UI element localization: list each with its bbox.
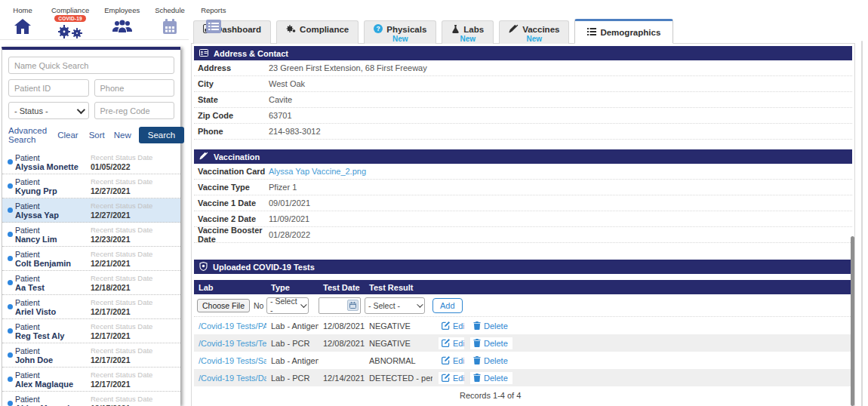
edit-button[interactable]: Edit bbox=[439, 320, 464, 332]
field-row: Address 23 Green First Extension, 68 Fir… bbox=[194, 60, 852, 76]
pencil-square-icon bbox=[442, 321, 450, 330]
patient-list-item[interactable]: Patient Alex Maglaque Recent Status Date… bbox=[2, 368, 180, 392]
delete-button[interactable]: Delete bbox=[470, 372, 512, 384]
delete-button[interactable]: Delete bbox=[470, 355, 512, 367]
add-test-button[interactable]: Add bbox=[432, 298, 463, 313]
patient-id-input[interactable] bbox=[8, 79, 89, 97]
nav-employees[interactable]: Employees bbox=[104, 6, 140, 42]
patient-type-label: Patient bbox=[15, 298, 91, 307]
nav-home[interactable]: Home bbox=[9, 6, 36, 42]
recent-status-date-label: Recent Status Date bbox=[91, 250, 180, 259]
patient-search-form: - Status - Advanced Search Clear Sort Ne… bbox=[2, 50, 180, 144]
patient-list-item[interactable]: Patient Colt Benjamin Recent Status Date… bbox=[2, 247, 180, 271]
syringe-icon bbox=[509, 24, 519, 35]
choose-file-button[interactable]: Choose File bbox=[197, 299, 250, 312]
name-quick-search-input[interactable] bbox=[8, 57, 174, 74]
covid-test-date: 12/14/2021 bbox=[319, 374, 365, 383]
tab-demographics[interactable]: Demographics bbox=[574, 19, 673, 44]
tab-labs-new: New bbox=[451, 35, 484, 44]
record-tabs: Dashboard Compliance ? Physicals New Lab… bbox=[193, 19, 673, 44]
tab-vaccines[interactable]: Vaccines New bbox=[499, 20, 569, 44]
edit-button[interactable]: Edit bbox=[439, 337, 464, 349]
patient-list-item[interactable]: Patient Alyssa Yap Recent Status Date 12… bbox=[2, 198, 180, 223]
field-label: City bbox=[198, 79, 269, 88]
vertical-scrollbar-thumb[interactable] bbox=[851, 236, 854, 406]
status-dot-icon bbox=[8, 328, 13, 334]
covid-test-file-link[interactable]: /Covid-19 Tests/Dash... bbox=[194, 374, 266, 383]
patient-name: Aa Test bbox=[15, 283, 91, 292]
patient-list-item[interactable]: Patient Ariel Visto Recent Status Date 1… bbox=[2, 295, 180, 319]
tab-vaccines-label: Vaccines bbox=[522, 25, 559, 34]
covid-tests-section: Uploaded COVID-19 Tests Lab Type Test Da… bbox=[194, 260, 852, 406]
patient-list-item[interactable]: Patient Alyssia Monette Recent Status Da… bbox=[2, 150, 180, 174]
calendar-picker-icon[interactable] bbox=[347, 300, 359, 311]
patient-list-item[interactable]: Patient Kyung Prp Recent Status Date 12/… bbox=[2, 174, 180, 198]
test-date-input[interactable] bbox=[319, 297, 361, 314]
tab-vaccines-new: New bbox=[509, 35, 559, 44]
recent-status-date-value: 12/17/2021 bbox=[91, 331, 180, 340]
nav-reports[interactable]: Reports bbox=[200, 6, 227, 42]
field-value: Cavite bbox=[269, 95, 292, 104]
patient-name: Alyssa Yap bbox=[15, 211, 91, 220]
tab-labs-label: Labs bbox=[463, 25, 484, 34]
nav-compliance[interactable]: Compliance COVID-19 bbox=[51, 6, 89, 42]
delete-button[interactable]: Delete bbox=[470, 337, 512, 349]
address-contact-header: Address & Contact bbox=[194, 46, 852, 60]
patient-type-label: Patient bbox=[15, 371, 91, 380]
covid-test-file-link[interactable]: /Covid-19 Tests/Sam... bbox=[194, 356, 266, 365]
patient-list-item[interactable]: Patient Reg Test Aly Recent Status Date … bbox=[2, 319, 180, 343]
prereg-code-input[interactable] bbox=[94, 102, 175, 119]
field-label: Vaccine 1 Date bbox=[198, 198, 269, 208]
advanced-search-link[interactable]: Advanced Search bbox=[8, 126, 47, 144]
tab-physicals[interactable]: ? Physicals New bbox=[364, 20, 436, 44]
recent-status-date-label: Recent Status Date bbox=[91, 298, 180, 307]
patient-list-item[interactable]: Patient John Doe Recent Status Date 12/1… bbox=[2, 343, 180, 368]
recent-status-date-label: Recent Status Date bbox=[91, 395, 180, 404]
sort-link[interactable]: Sort bbox=[89, 131, 105, 140]
field-label: Zip Code bbox=[198, 111, 269, 120]
covid-badge: COVID-19 bbox=[54, 15, 86, 22]
edit-button[interactable]: Edit bbox=[439, 372, 464, 384]
recent-status-date-label: Recent Status Date bbox=[91, 371, 180, 380]
clear-link[interactable]: Clear bbox=[57, 131, 78, 140]
covid-test-file-link[interactable]: /Covid-19 Tests/PADT... bbox=[194, 321, 266, 331]
covid-test-result: ABNORMAL bbox=[365, 356, 432, 365]
search-button[interactable]: Search bbox=[139, 127, 184, 143]
col-test-result: Test Result bbox=[365, 283, 432, 292]
patient-type-label: Patient bbox=[15, 153, 91, 162]
delete-button[interactable]: Delete bbox=[470, 320, 512, 332]
nav-schedule[interactable]: Schedule bbox=[155, 6, 185, 42]
chevron-down-icon bbox=[76, 105, 85, 113]
covid-test-result: DETECTED - pend... bbox=[365, 374, 432, 383]
field-value: 23 Green First Extension, 68 First Freew… bbox=[269, 63, 427, 72]
test-type-select[interactable]: - Select - bbox=[266, 297, 309, 314]
recent-status-date-label: Recent Status Date bbox=[91, 201, 180, 211]
status-dot-icon bbox=[8, 256, 13, 261]
test-result-select[interactable]: - Select - bbox=[365, 297, 425, 314]
field-row: Vaccine Booster Date 01/28/2022 bbox=[194, 227, 852, 243]
edit-button[interactable]: Edit bbox=[439, 355, 464, 367]
tab-compliance[interactable]: Compliance bbox=[276, 20, 359, 44]
recent-status-date-value: 12/17/2021 bbox=[91, 380, 180, 389]
patient-list-item[interactable]: Patient Alden Mercado Recent Status Date… bbox=[2, 392, 180, 406]
field-value: 01/28/2022 bbox=[269, 230, 310, 239]
pencil-square-icon bbox=[442, 356, 450, 364]
tab-labs[interactable]: Labs New bbox=[442, 20, 494, 44]
status-select[interactable]: - Status - bbox=[8, 102, 89, 119]
field-row: Zip Code 63701 bbox=[194, 108, 852, 124]
new-link[interactable]: New bbox=[114, 131, 131, 140]
right-panel-edge bbox=[861, 41, 863, 406]
field-value: West Oak bbox=[269, 79, 305, 88]
vaccination-card-link[interactable]: Alyssa Yap Vaccine_2.png bbox=[269, 167, 366, 176]
recent-status-date-value: 12/27/2021 bbox=[91, 186, 180, 195]
tab-compliance-new bbox=[286, 35, 349, 44]
svg-text:?: ? bbox=[377, 25, 380, 32]
tab-demographics-label: Demographics bbox=[600, 28, 660, 37]
patient-list-item[interactable]: Patient Nancy Lim Recent Status Date 12/… bbox=[2, 223, 180, 247]
phone-input[interactable] bbox=[94, 79, 175, 97]
field-value: 214-983-3012 bbox=[269, 127, 321, 136]
covid-test-file-link[interactable]: /Covid-19 Tests/Test ... bbox=[194, 339, 266, 348]
covid-upload-row: Choose File No ...sen - Select - - Selec… bbox=[194, 294, 852, 317]
patient-name: Ariel Visto bbox=[15, 307, 91, 316]
patient-list-item[interactable]: Patient Aa Test Recent Status Date 12/18… bbox=[2, 271, 180, 295]
